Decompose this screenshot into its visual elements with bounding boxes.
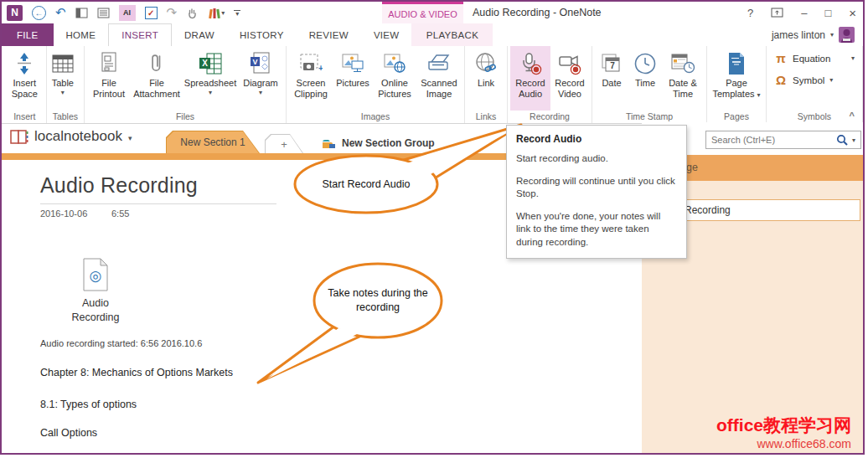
- group-label-files: Files: [87, 111, 283, 123]
- omega-icon: Ω: [774, 73, 788, 87]
- tab-view[interactable]: VIEW: [361, 23, 412, 46]
- insert-space-button[interactable]: Insert Space: [6, 46, 44, 111]
- search-box[interactable]: ▾: [705, 131, 861, 149]
- link-button[interactable]: Link: [468, 46, 504, 111]
- audio-attachment[interactable]: ◎ Audio Recording: [55, 258, 136, 325]
- chevron-down-icon: ▾: [61, 89, 65, 96]
- pictures-button[interactable]: Pictures: [333, 46, 373, 111]
- page-templates-icon: [727, 52, 746, 75]
- equation-button[interactable]: π Equation ▾: [774, 51, 855, 65]
- add-section-label: +: [266, 135, 302, 153]
- ribbon-group-links: Link Links: [465, 46, 508, 123]
- notebook-name: localnotebook: [34, 128, 122, 145]
- contextual-tab-group-label: AUDIO & VIDEO: [382, 2, 463, 23]
- title-underline: [40, 203, 276, 204]
- customize-qat-button[interactable]: ▾: [234, 10, 240, 16]
- user-name: james linton: [772, 29, 825, 41]
- time-label: Time: [635, 78, 655, 89]
- minimize-button[interactable]: –: [801, 7, 807, 19]
- screen-clipping-button[interactable]: + Screen Clipping: [289, 46, 333, 111]
- favorite-pen-button[interactable]: AI: [119, 5, 136, 21]
- contextual-tab-area: PLAYBACK: [411, 23, 493, 46]
- table-button[interactable]: Table ▾: [49, 46, 76, 111]
- chevron-down-icon: ▾: [851, 54, 855, 62]
- spreadsheet-label: Spreadsheet: [184, 78, 236, 89]
- page-title[interactable]: Audio Recording: [40, 173, 198, 198]
- tab-home[interactable]: HOME: [54, 23, 109, 46]
- section-tab[interactable]: New Section 1: [166, 131, 260, 153]
- excel-spreadsheet-icon: X: [199, 53, 222, 75]
- screen-clipping-label: Screen Clipping: [292, 78, 330, 100]
- redo-icon: ↷: [167, 5, 178, 20]
- group-label-tables: Tables: [49, 111, 81, 123]
- file-attachment-button[interactable]: File Attachment: [131, 46, 183, 111]
- scanned-image-button[interactable]: Scanned Image: [416, 46, 462, 111]
- tab-insert[interactable]: INSERT: [108, 23, 172, 46]
- pens-icon: [208, 7, 221, 19]
- redo-button[interactable]: ↷: [167, 5, 178, 20]
- page-templates-button[interactable]: Page Templates ▾: [710, 46, 763, 111]
- date-label: Date: [602, 78, 621, 89]
- section-group-button[interactable]: New Section Group: [322, 137, 435, 149]
- ai-cursor-icon: AI: [123, 8, 131, 17]
- help-button[interactable]: ?: [747, 7, 753, 19]
- window-title: Audio Recording - OneNote: [473, 2, 602, 23]
- spreadsheet-button[interactable]: X Spreadsheet ▾: [183, 46, 238, 111]
- time-button[interactable]: Time: [628, 46, 662, 111]
- file-printout-icon: [99, 52, 119, 75]
- file-printout-label: File Printout: [90, 78, 128, 100]
- full-page-view-button[interactable]: [97, 8, 110, 18]
- svg-text:X: X: [202, 59, 208, 68]
- ribbon: Insert Space Insert Table ▾ Tables File …: [2, 46, 863, 124]
- notebook-dropdown[interactable]: localnotebook ▾: [10, 128, 132, 145]
- dock-to-desktop-button[interactable]: [75, 8, 88, 18]
- pi-icon: π: [774, 51, 788, 65]
- equation-label: Equation: [793, 54, 830, 64]
- ribbon-group-pages: Page Templates ▾ Pages: [707, 46, 767, 123]
- audio-file-icon: ◎: [83, 258, 108, 291]
- onenote-logo-icon[interactable]: N: [7, 5, 23, 21]
- symbol-label: Symbol: [793, 75, 824, 85]
- ribbon-display-options-button[interactable]: [771, 8, 783, 18]
- back-button[interactable]: ←: [32, 6, 46, 20]
- add-section-button[interactable]: +: [265, 134, 303, 153]
- ribbon-display-icon: [771, 8, 783, 18]
- ribbon-group-tables: Table ▾ Tables: [47, 46, 85, 123]
- outlook-tasks-button[interactable]: ✓: [145, 7, 158, 19]
- chevron-down-icon: ▾: [830, 31, 834, 39]
- search-scope-dropdown-icon[interactable]: ▾: [852, 136, 855, 144]
- record-video-button[interactable]: Record Video: [550, 46, 589, 111]
- symbol-button[interactable]: Ω Symbol ▾: [774, 73, 855, 87]
- tab-draw[interactable]: DRAW: [172, 23, 227, 46]
- date-time-button[interactable]: Date & Time: [662, 46, 704, 111]
- tab-review[interactable]: REVIEW: [297, 23, 361, 46]
- note-line: 8.1: Types of options: [40, 399, 137, 410]
- audio-attachment-label: Audio Recording: [58, 296, 133, 325]
- visio-diagram-icon: V: [250, 52, 271, 75]
- full-page-view-icon: [97, 8, 110, 18]
- close-button[interactable]: ×: [849, 6, 856, 20]
- online-pictures-button[interactable]: Online Pictures: [373, 46, 416, 111]
- tab-file[interactable]: FILE: [2, 23, 54, 46]
- link-label: Link: [478, 78, 494, 89]
- pan-button[interactable]: [186, 7, 199, 19]
- record-audio-button[interactable]: Record Audio: [510, 46, 550, 111]
- undo-button[interactable]: ↶: [55, 5, 66, 20]
- tab-history[interactable]: HISTORY: [227, 23, 297, 46]
- file-printout-button[interactable]: File Printout: [87, 46, 131, 111]
- date-button[interactable]: 7 Date: [595, 46, 628, 111]
- pens-button[interactable]: ▾: [208, 7, 225, 19]
- table-label: Table: [52, 78, 74, 89]
- maximize-button[interactable]: □: [824, 7, 831, 19]
- collapse-ribbon-button[interactable]: ^: [850, 111, 855, 121]
- pictures-icon: [341, 53, 364, 75]
- tab-playback[interactable]: PLAYBACK: [414, 23, 491, 46]
- search-input[interactable]: [706, 135, 836, 145]
- svg-text:◎: ◎: [90, 268, 102, 284]
- date-time-icon: [670, 53, 695, 75]
- account-area[interactable]: james linton ▾: [772, 23, 863, 46]
- diagram-button[interactable]: V Diagram ▾: [238, 46, 283, 111]
- online-pictures-icon: [383, 53, 406, 75]
- hand-icon: [186, 7, 199, 19]
- chevron-down-icon: ▾: [259, 89, 262, 96]
